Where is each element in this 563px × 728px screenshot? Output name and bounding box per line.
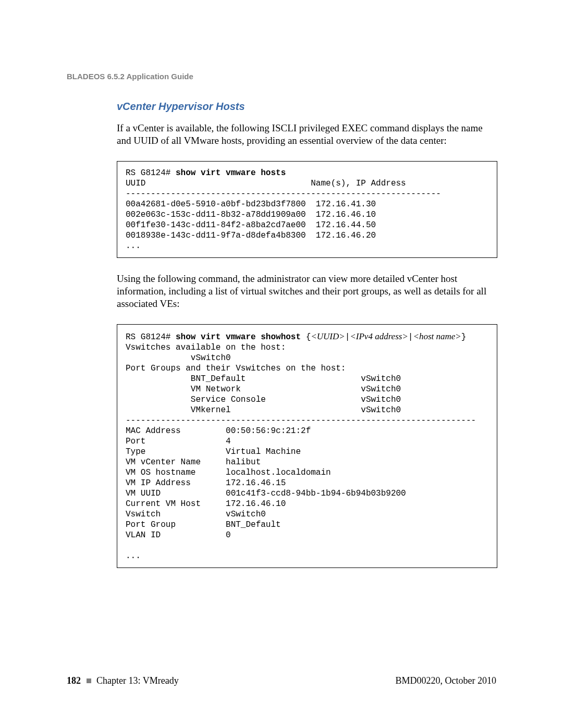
- cli-output-line: VLAN ID 0: [126, 530, 231, 540]
- cli-arg-hostname: <host name>: [413, 331, 461, 341]
- cli-output-row: 002e063c-153c-dd11-8b32-a78dd1909a00 172…: [126, 210, 376, 219]
- page-footer: 182 Chapter 13: VMready BMD00220, Octobe…: [67, 675, 496, 686]
- square-icon: [87, 678, 91, 683]
- cli-prompt: RS G8124#: [126, 332, 176, 342]
- cli-prompt: RS G8124#: [126, 168, 176, 178]
- page-content: vCenter Hypervisor Hosts If a vCenter is…: [117, 101, 497, 568]
- footer-right: BMD00220, October 2010: [396, 675, 496, 686]
- section-title: vCenter Hypervisor Hosts: [117, 101, 497, 113]
- cli-output-line: Service Console vSwitch0: [126, 395, 401, 404]
- cli-command: show virt vmware hosts: [176, 168, 286, 178]
- running-head: BLADEOS 6.5.2 Application Guide: [67, 72, 496, 81]
- cli-output-line: Vswitch vSwitch0: [126, 510, 266, 519]
- cli-output-header: UUID Name(s), IP Address: [126, 179, 406, 188]
- cli-output-line: ----------------------------------------…: [126, 416, 476, 425]
- cli-args-close: }: [461, 332, 467, 342]
- cli-output-line: Port 4: [126, 437, 231, 446]
- cli-output-line: VM OS hostname localhost.localdomain: [126, 468, 331, 477]
- cli-output-line: VM UUID 001c41f3-ccd8-94bb-1b94-6b94b03b…: [126, 489, 406, 498]
- cli-command: show virt vmware showhost: [176, 332, 301, 342]
- cli-output-line: VM Network vSwitch0: [126, 385, 401, 394]
- footer-left: 182 Chapter 13: VMready: [67, 675, 179, 686]
- cli-output-line: vSwitch0: [126, 353, 231, 363]
- cli-arg-uuid: <UUID>: [311, 331, 345, 341]
- code-block-showhost: RS G8124# show virt vmware showhost {<UU…: [117, 324, 497, 568]
- page-number: 182: [67, 675, 81, 686]
- paragraph-intro-hosts: If a vCenter is available, the following…: [117, 122, 497, 147]
- cli-arg-ipv4: <IPv4 address>: [350, 331, 408, 341]
- cli-output-row: 0018938e-143c-dd11-9f7a-d8defa4b8300 172…: [126, 231, 376, 240]
- cli-output-ellipsis: ...: [126, 241, 141, 251]
- cli-output-line: VM vCenter Name halibut: [126, 458, 261, 467]
- cli-output-line: Port Groups and their Vswitches on the h…: [126, 364, 346, 373]
- cli-output-line: BNT_Default vSwitch0: [126, 374, 401, 384]
- cli-output-line: Current VM Host 172.16.46.10: [126, 499, 286, 509]
- cli-output-line: Port Group BNT_Default: [126, 520, 281, 529]
- cli-output-line: VMkernel vSwitch0: [126, 405, 401, 415]
- page: BLADEOS 6.5.2 Application Guide vCenter …: [0, 0, 563, 728]
- paragraph-intro-showhost: Using the following command, the adminis…: [117, 273, 497, 311]
- cli-output-line: Vswitches available on the host:: [126, 343, 286, 352]
- chapter-label: Chapter 13: VMready: [96, 675, 179, 686]
- code-block-hosts: RS G8124# show virt vmware hosts UUID Na…: [117, 161, 497, 258]
- cli-output-line: VM IP Address 172.16.46.15: [126, 478, 286, 488]
- cli-args-open: {: [301, 332, 311, 342]
- cli-output-line: Type Virtual Machine: [126, 447, 301, 456]
- cli-output-line: ...: [126, 551, 141, 561]
- cli-output-divider: ----------------------------------------…: [126, 189, 441, 199]
- cli-output-line: MAC Address 00:50:56:9c:21:2f: [126, 426, 311, 436]
- cli-arg-sep: |: [345, 332, 350, 342]
- cli-output-row: 00f1fe30-143c-dd11-84f2-a8ba2cd7ae00 172…: [126, 220, 376, 230]
- cli-output-row: 00a42681-d0e5-5910-a0bf-bd23bd3f7800 172…: [126, 200, 376, 209]
